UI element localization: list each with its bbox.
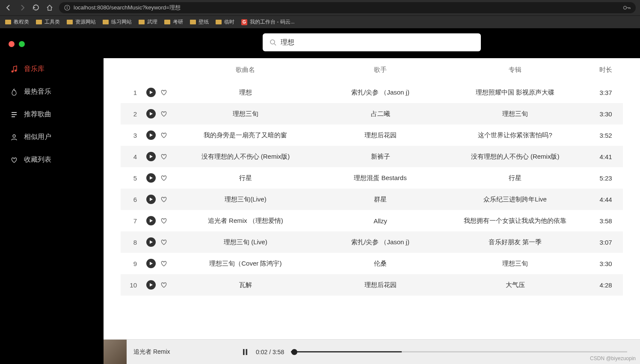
sidebar-item-label: 收藏列表	[24, 155, 51, 164]
song-name: 我的身旁是一扇亮了又暗的窗	[172, 131, 319, 139]
album-art[interactable]	[104, 340, 127, 364]
main-content: 歌曲名 歌手 专辑 时长 1 理想 索扎/尖参 （Jason j) 理想照耀中国…	[104, 28, 640, 364]
browser-toolbar: localhost:8080/searchMusic?keyword=理想	[0, 0, 640, 15]
reload-button[interactable]	[32, 3, 40, 12]
favorite-button[interactable]	[160, 217, 168, 225]
svg-rect-8	[243, 349, 245, 355]
play-button[interactable]	[146, 259, 156, 268]
sidebar-item-similar-users[interactable]: 相似用户	[0, 126, 104, 148]
table-row[interactable]: 7 追光者 Remix （理想爱情) Allzy 我想拥有一个女孩让我成为他的依…	[121, 210, 623, 231]
bookmark-item[interactable]: 工具类	[36, 18, 60, 26]
content-area[interactable]: 歌曲名 歌手 专辑 时长 1 理想 索扎/尖参 （Jason j) 理想照耀中国…	[104, 58, 640, 364]
bookmarks-bar: 教程类 工具类 资源网站 练习网站 武理 考研 壁纸 临时 G我的工作台 - 码…	[0, 15, 640, 28]
bookmark-item[interactable]: 资源网站	[67, 18, 96, 26]
favorite-button[interactable]	[160, 238, 168, 246]
bookmark-item[interactable]: 武理	[139, 18, 157, 26]
bookmark-item[interactable]: 壁纸	[190, 18, 209, 26]
play-button[interactable]	[146, 173, 156, 183]
bookmark-item[interactable]: 考研	[164, 18, 183, 26]
current-time: 0:02	[256, 349, 267, 355]
table-row[interactable]: 4 没有理想的人不伤心 (Remix版) 新裤子 没有理想的人不伤心 (Remi…	[121, 146, 623, 167]
table-header: 歌曲名 歌手 专辑 时长	[121, 58, 623, 82]
favorite-button[interactable]	[160, 260, 168, 267]
sidebar: 音乐库 最热音乐 推荐歌曲 相似用户 收藏列表	[0, 28, 104, 364]
back-button[interactable]	[4, 3, 13, 12]
favorite-button[interactable]	[160, 174, 168, 182]
table-row[interactable]: 8 理想三旬 (Live) 索扎/尖参 （Jason j) 音乐好朋友 第一季 …	[121, 231, 623, 253]
sidebar-item-music-library[interactable]: 音乐库	[0, 58, 104, 80]
song-name: 理想三旬(Live)	[172, 195, 319, 204]
bookmark-item[interactable]: 练习网站	[103, 18, 132, 26]
favorite-button[interactable]	[160, 110, 168, 118]
play-button[interactable]	[146, 280, 156, 290]
song-duration: 3:52	[589, 132, 623, 139]
table-row[interactable]: 9 理想三旬（Cover 陈鸿宇) 伦桑 理想三旬 3:30	[121, 253, 623, 274]
folder-icon	[67, 20, 73, 24]
table-row[interactable]: 5 行星 理想混蛋 Bestards 行星 5:23	[121, 167, 623, 189]
sidebar-item-recommend[interactable]: 推荐歌曲	[0, 103, 104, 126]
play-button[interactable]	[146, 130, 156, 140]
play-button[interactable]	[146, 109, 156, 118]
song-name: 没有理想的人不伤心 (Remix版)	[172, 153, 319, 161]
song-duration: 4:28	[589, 281, 623, 289]
row-index: 8	[121, 239, 142, 246]
favorite-button[interactable]	[160, 153, 168, 160]
maximize-window-button[interactable]	[19, 41, 25, 47]
pause-button[interactable]	[241, 348, 249, 356]
table-row[interactable]: 10 瓦解 理想后花园 大气压 4:28	[121, 274, 623, 296]
folder-icon	[190, 20, 196, 24]
close-window-button[interactable]	[9, 41, 15, 47]
song-album: 理想三旬	[441, 260, 589, 268]
user-icon	[10, 133, 18, 141]
bookmark-label: 教程类	[14, 18, 29, 26]
play-button[interactable]	[146, 195, 156, 204]
favorite-button[interactable]	[160, 131, 168, 139]
play-button[interactable]	[146, 237, 156, 247]
progress-handle[interactable]	[291, 349, 297, 355]
search-input[interactable]	[281, 38, 474, 46]
bookmark-label: 工具类	[44, 18, 60, 26]
bookmark-item[interactable]: 教程类	[5, 18, 29, 26]
play-button[interactable]	[146, 216, 156, 225]
song-album: 理想照耀中国 影视原声大碟	[441, 89, 589, 97]
favorite-button[interactable]	[160, 281, 168, 289]
table-row[interactable]: 6 理想三旬(Live) 群星 众乐纪三进制跨年Live 4:44	[121, 189, 623, 210]
favorite-button[interactable]	[160, 195, 168, 203]
song-artist: 群星	[319, 195, 441, 204]
song-album: 众乐纪三进制跨年Live	[441, 195, 589, 204]
folder-icon	[5, 20, 11, 24]
progress-bar[interactable]	[291, 351, 627, 352]
play-button[interactable]	[146, 88, 156, 97]
row-index: 3	[121, 132, 142, 139]
song-duration: 5:23	[589, 175, 623, 182]
table-row[interactable]: 1 理想 索扎/尖参 （Jason j) 理想照耀中国 影视原声大碟 3:37	[121, 82, 623, 103]
sidebar-item-hot-music[interactable]: 最热音乐	[0, 80, 104, 103]
song-name: 追光者 Remix （理想爱情)	[172, 217, 319, 225]
bookmark-item[interactable]: 临时	[216, 18, 234, 26]
folder-icon	[36, 20, 42, 24]
now-playing-title: 追光者 Remix	[133, 348, 193, 356]
url-bar[interactable]: localhost:8080/searchMusic?keyword=理想	[59, 2, 636, 13]
song-artist: 理想后花园	[319, 131, 441, 139]
song-duration: 4:44	[589, 196, 623, 203]
sidebar-item-favorites[interactable]: 收藏列表	[0, 148, 104, 171]
table-row[interactable]: 3 我的身旁是一扇亮了又暗的窗 理想后花园 这个世界让你紧张害怕吗? 3:52	[121, 124, 623, 146]
heart-icon	[10, 156, 18, 164]
home-button[interactable]	[45, 3, 54, 12]
row-index: 2	[121, 110, 142, 118]
play-button[interactable]	[146, 152, 156, 161]
forward-button[interactable]	[18, 3, 27, 12]
info-icon	[64, 5, 70, 11]
fire-icon	[10, 88, 18, 96]
search-wrap	[104, 28, 640, 58]
favorite-button[interactable]	[160, 89, 168, 96]
bookmark-item[interactable]: G我的工作台 - 码云...	[241, 18, 295, 26]
row-index: 6	[121, 196, 142, 203]
song-album: 这个世界让你紧张害怕吗?	[441, 131, 589, 139]
song-duration: 4:41	[589, 153, 623, 160]
table-row[interactable]: 2 理想三旬 占二曦 理想三旬 3:30	[121, 103, 623, 124]
url-text: localhost:8080/searchMusic?keyword=理想	[74, 4, 181, 12]
song-artist: 占二曦	[319, 110, 441, 118]
key-icon[interactable]	[623, 6, 631, 10]
song-duration: 3:37	[589, 89, 623, 96]
